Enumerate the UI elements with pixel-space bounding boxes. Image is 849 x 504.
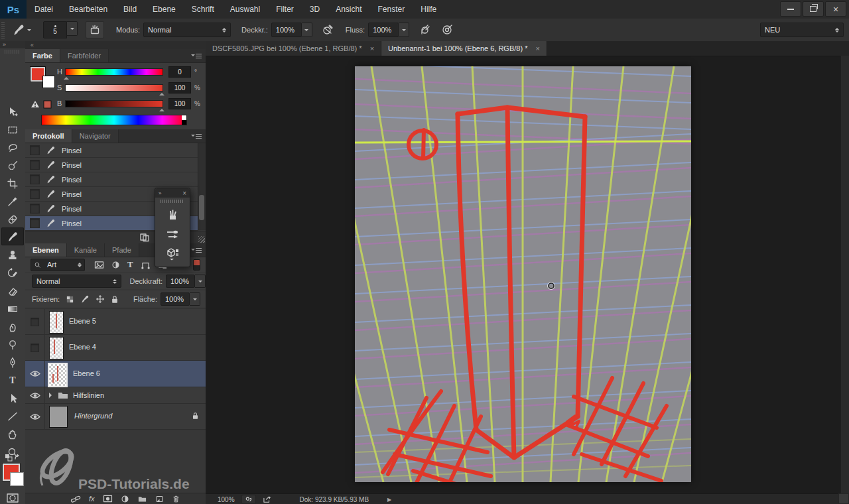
- spectrum-white-chip[interactable]: [182, 115, 186, 120]
- history-source-well[interactable]: [30, 174, 40, 184]
- tab-farbfelder[interactable]: Farbfelder: [60, 49, 109, 62]
- brightness-slider[interactable]: [65, 100, 163, 107]
- airbrush-button[interactable]: [417, 22, 434, 38]
- expand-triangle-icon[interactable]: [49, 393, 54, 398]
- layer-name[interactable]: Ebene 6: [73, 369, 100, 377]
- eye-icon[interactable]: [30, 370, 40, 377]
- toggle-brush-panel-button[interactable]: [86, 21, 104, 38]
- export-icon[interactable]: [263, 496, 272, 503]
- layer-opacity-widget[interactable]: 100%: [166, 275, 206, 288]
- history-step[interactable]: Pinsel: [25, 172, 198, 187]
- tab-ebenen[interactable]: Ebenen: [25, 243, 67, 257]
- line-tool[interactable]: [1, 407, 24, 425]
- close-button[interactable]: ×: [825, 1, 846, 17]
- dodge-tool[interactable]: [1, 336, 24, 353]
- pixel-filter-icon[interactable]: [94, 261, 104, 269]
- brush-panel-button[interactable]: [155, 224, 190, 243]
- dock-grip[interactable]: [161, 200, 184, 203]
- menu-schrift[interactable]: Schrift: [184, 0, 222, 19]
- tab-navigator[interactable]: Navigator: [72, 129, 119, 143]
- trash-icon[interactable]: [172, 495, 180, 503]
- restore-button[interactable]: [803, 1, 824, 17]
- panel-menu-icon[interactable]: [191, 52, 202, 59]
- tablet-opacity-button[interactable]: [319, 22, 336, 38]
- menu-auswahl[interactable]: Auswahl: [222, 0, 268, 19]
- lock-position-icon[interactable]: [96, 294, 105, 304]
- brush-tool-preset[interactable]: [9, 21, 34, 38]
- visibility-well[interactable]: [25, 404, 45, 429]
- doc-tab-dscf5805[interactable]: DSCF5805.JPG bei 100% (Ebene 1, RGB/8) *…: [206, 41, 381, 56]
- layer-blend-mode-select[interactable]: Normal: [32, 275, 121, 288]
- collapse-panels-button[interactable]: «: [25, 41, 206, 49]
- hue-slider[interactable]: [65, 68, 163, 76]
- flow-dropdown[interactable]: [399, 23, 409, 37]
- bg-color-well[interactable]: [42, 76, 55, 88]
- background-color-swatch[interactable]: [10, 472, 24, 486]
- menu-bild[interactable]: Bild: [115, 0, 145, 19]
- layer-style-fx-icon[interactable]: fx: [89, 495, 95, 503]
- layer-row-ebene6-selected[interactable]: Ebene 6: [25, 361, 206, 387]
- menu-hilfe[interactable]: Hilfe: [413, 0, 444, 19]
- new-group-icon[interactable]: [137, 495, 147, 503]
- crop-tool[interactable]: [1, 174, 24, 192]
- history-source-well[interactable]: [30, 145, 40, 155]
- history-brush-tool[interactable]: [1, 264, 24, 282]
- eye-icon[interactable]: [30, 392, 40, 399]
- saturation-handle[interactable]: [159, 90, 164, 95]
- pen-tool[interactable]: [1, 353, 24, 371]
- layer-opacity-dropdown[interactable]: [195, 275, 206, 288]
- marquee-tool[interactable]: [1, 121, 24, 139]
- layer-thumbnail[interactable]: [49, 311, 64, 334]
- scrollbar-thumb[interactable]: [199, 195, 204, 220]
- workspace-select[interactable]: NEU: [760, 23, 844, 37]
- hidden-eye-well[interactable]: [31, 344, 39, 352]
- s-value[interactable]: 100: [168, 82, 191, 94]
- layer-group-row-hilfslinien[interactable]: Hilfslinien: [25, 387, 206, 404]
- spectrum-black-chip[interactable]: [182, 120, 186, 125]
- opacity-widget[interactable]: 100%: [271, 23, 312, 37]
- layer-row-hintergrund[interactable]: Hintergrund: [25, 404, 206, 430]
- menu-datei[interactable]: Datei: [27, 0, 61, 19]
- hue-handle[interactable]: [64, 74, 69, 80]
- layer-row-ebene4[interactable]: Ebene 4: [25, 335, 206, 361]
- lock-transparency-icon[interactable]: [66, 295, 74, 304]
- gradient-tool[interactable]: [1, 300, 24, 318]
- panel-menu-icon[interactable]: [191, 247, 202, 253]
- brightness-handle[interactable]: [159, 106, 164, 111]
- menu-ebene[interactable]: Ebene: [145, 0, 184, 19]
- adjustment-filter-icon[interactable]: [111, 261, 120, 269]
- eyedropper-tool[interactable]: [1, 192, 24, 210]
- fill-widget[interactable]: 100%: [161, 292, 200, 306]
- lock-pixels-brush-icon[interactable]: [80, 294, 90, 304]
- quick-mask-button[interactable]: [1, 489, 24, 504]
- tab-pfade[interactable]: Pfade: [105, 243, 139, 257]
- panel-resize-grip[interactable]: [198, 236, 205, 243]
- layer-name[interactable]: Ebene 4: [69, 343, 96, 351]
- pressure-size-button[interactable]: [438, 22, 456, 38]
- type-filter-icon[interactable]: T: [127, 259, 133, 270]
- layer-opacity-value-box[interactable]: 100%: [166, 275, 195, 288]
- brush-presets-panel-button[interactable]: [155, 205, 190, 224]
- minimize-button[interactable]: [780, 1, 801, 17]
- tab-kanaele[interactable]: Kanäle: [67, 243, 105, 257]
- document-size-info[interactable]: Dok: 923.9 KB/5.93 MB: [300, 496, 369, 503]
- type-tool[interactable]: T: [1, 371, 24, 389]
- move-tool[interactable]: [1, 103, 24, 121]
- fill-value-box[interactable]: 100%: [161, 292, 190, 306]
- close-dock-button[interactable]: ×: [182, 190, 186, 197]
- h-value[interactable]: 0: [168, 66, 191, 78]
- b-value[interactable]: 100: [168, 98, 191, 109]
- layer-thumbnail-selected[interactable]: [48, 363, 68, 387]
- hidden-eye-well[interactable]: [31, 318, 39, 326]
- canvas[interactable]: [355, 66, 691, 482]
- toolbar-grip[interactable]: [5, 50, 21, 54]
- tab-farbe[interactable]: Farbe: [25, 49, 60, 62]
- hand-tool[interactable]: [1, 425, 24, 443]
- visibility-well[interactable]: [25, 335, 45, 360]
- tab-protokoll[interactable]: Protokoll: [25, 129, 72, 143]
- new-document-from-state-icon[interactable]: [139, 233, 150, 242]
- gamut-warning-icon[interactable]: [31, 99, 53, 109]
- status-buttons[interactable]: [241, 495, 256, 504]
- history-step[interactable]: Pinsel: [25, 143, 198, 158]
- 3d-materials-panel-button[interactable]: [155, 243, 190, 263]
